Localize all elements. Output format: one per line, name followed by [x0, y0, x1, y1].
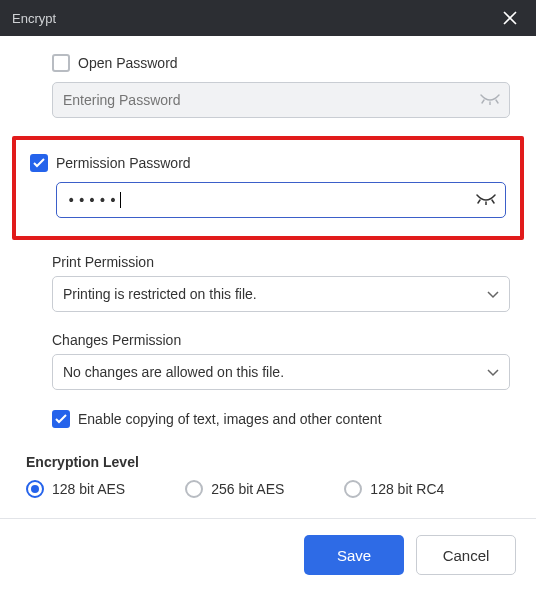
eye-closed-icon[interactable] — [480, 92, 500, 108]
radio-button — [344, 480, 362, 498]
permission-password-label: Permission Password — [56, 155, 191, 171]
chevron-down-icon — [487, 364, 499, 380]
changes-permission-label: Changes Permission — [52, 332, 510, 348]
open-password-input[interactable] — [52, 82, 510, 118]
dialog-content: Open Password Permission Password ••••• … — [0, 36, 536, 498]
open-password-checkbox[interactable] — [52, 54, 70, 72]
print-permission-value: Printing is restricted on this file. — [63, 286, 257, 302]
permission-password-input[interactable]: ••••• — [56, 182, 506, 218]
enable-copy-checkbox[interactable] — [52, 410, 70, 428]
titlebar: Encrypt — [0, 0, 536, 36]
radio-label: 128 bit AES — [52, 481, 125, 497]
dialog-footer: Save Cancel — [0, 518, 536, 591]
radio-button — [26, 480, 44, 498]
close-icon — [503, 11, 517, 25]
eye-closed-icon[interactable] — [476, 192, 496, 208]
dialog-title: Encrypt — [12, 11, 496, 26]
radio-256-aes[interactable]: 256 bit AES — [185, 480, 284, 498]
radio-label: 128 bit RC4 — [370, 481, 444, 497]
radio-label: 256 bit AES — [211, 481, 284, 497]
changes-permission-select[interactable]: No changes are allowed on this file. — [52, 354, 510, 390]
enable-copy-label: Enable copying of text, images and other… — [78, 411, 382, 427]
text-cursor — [120, 192, 121, 208]
radio-128-aes[interactable]: 128 bit AES — [26, 480, 125, 498]
save-button[interactable]: Save — [304, 535, 404, 575]
close-button[interactable] — [496, 4, 524, 32]
radio-128-rc4[interactable]: 128 bit RC4 — [344, 480, 444, 498]
permission-password-row: Permission Password — [30, 154, 506, 172]
chevron-down-icon — [487, 286, 499, 302]
cancel-button[interactable]: Cancel — [416, 535, 516, 575]
print-permission-select[interactable]: Printing is restricted on this file. — [52, 276, 510, 312]
encryption-level-label: Encryption Level — [26, 454, 510, 470]
permission-password-input-wrap: ••••• — [56, 182, 506, 218]
radio-button — [185, 480, 203, 498]
print-permission-label: Print Permission — [52, 254, 510, 270]
open-password-input-wrap — [52, 82, 510, 118]
open-password-label: Open Password — [78, 55, 178, 71]
open-password-row: Open Password — [52, 54, 510, 72]
encryption-radio-group: 128 bit AES 256 bit AES 128 bit RC4 — [26, 480, 510, 498]
permission-password-checkbox[interactable] — [30, 154, 48, 172]
enable-copy-row: Enable copying of text, images and other… — [52, 410, 510, 428]
permission-password-highlight: Permission Password ••••• — [12, 136, 524, 240]
changes-permission-value: No changes are allowed on this file. — [63, 364, 284, 380]
password-masked-value: ••••• — [67, 192, 119, 208]
